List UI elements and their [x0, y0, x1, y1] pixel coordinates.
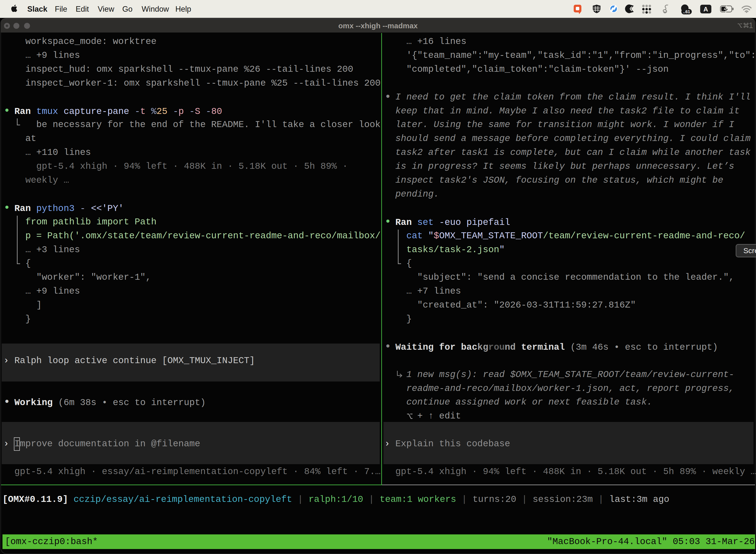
svg-text:..61: ..61 [683, 9, 690, 14]
svg-text:A: A [703, 5, 708, 13]
